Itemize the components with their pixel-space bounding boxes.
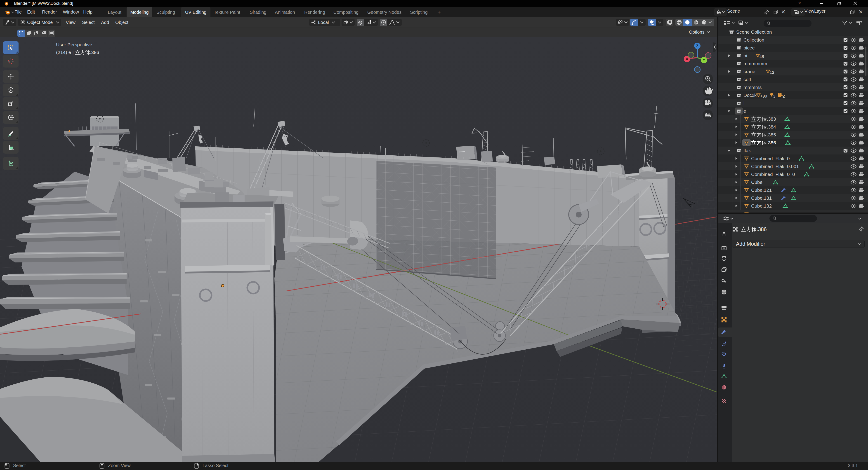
svg-text:Z: Z — [696, 44, 699, 48]
svg-text:Y: Y — [703, 58, 705, 62]
svg-text:X: X — [686, 57, 688, 61]
